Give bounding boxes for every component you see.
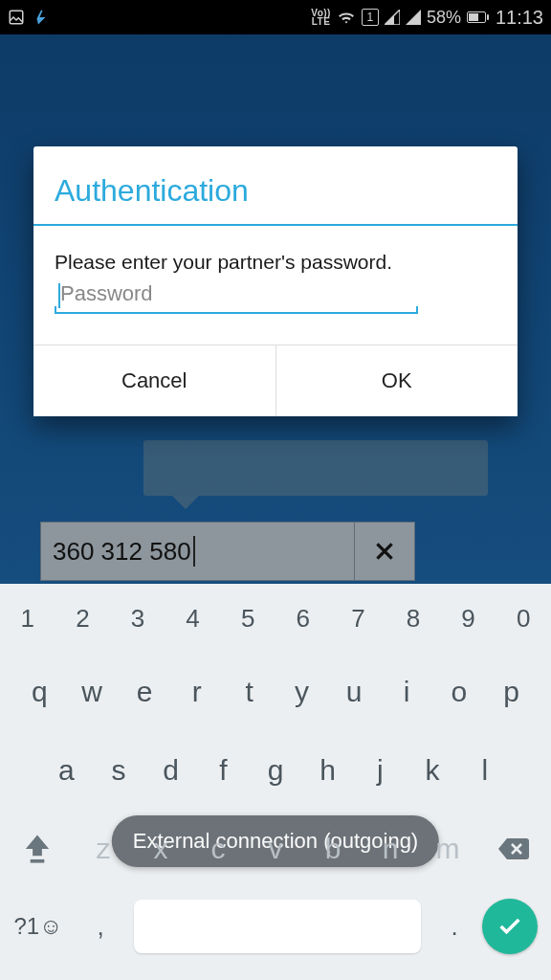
key-8[interactable]: 8 <box>386 584 441 653</box>
svg-rect-0 <box>10 11 23 24</box>
partner-id-input[interactable]: 360 312 580 <box>41 523 355 580</box>
input-cursor <box>58 283 60 308</box>
ok-button[interactable]: OK <box>276 345 518 416</box>
soft-keyboard: 1234567890 qwertyuiop asdfghjkl External… <box>0 584 551 980</box>
key-w[interactable]: w <box>66 653 119 731</box>
authentication-dialog: Authentication Please enter your partner… <box>33 146 518 416</box>
key-7[interactable]: 7 <box>331 584 386 653</box>
sim-slot-icon: 1 <box>362 9 379 26</box>
key-m[interactable]: m <box>419 810 476 888</box>
partner-id-value: 360 312 580 <box>53 537 191 567</box>
key-z[interactable]: z <box>75 810 132 888</box>
key-b[interactable]: b <box>304 810 362 888</box>
key-v[interactable]: v <box>247 810 304 888</box>
key-k[interactable]: k <box>407 731 459 810</box>
key-j[interactable]: j <box>354 731 407 810</box>
key-row-4: External connection (outgoing) zxcvbnm <box>0 810 551 888</box>
key-row-numbers: 1234567890 <box>0 584 551 653</box>
key-e[interactable]: e <box>119 653 171 731</box>
key-x[interactable]: x <box>132 810 189 888</box>
key-4[interactable]: 4 <box>165 584 221 653</box>
wifi-icon <box>337 10 356 25</box>
shift-key[interactable] <box>0 810 75 888</box>
key-s[interactable]: s <box>93 731 145 810</box>
text-cursor <box>193 536 195 567</box>
period-key[interactable]: . <box>430 912 478 942</box>
svg-rect-1 <box>31 859 45 863</box>
key-g[interactable]: g <box>250 731 302 810</box>
key-q[interactable]: q <box>13 653 66 731</box>
key-1[interactable]: 1 <box>0 584 55 653</box>
backspace-key[interactable] <box>476 810 551 888</box>
dialog-title: Authentication <box>33 146 518 224</box>
key-row-bottom: ?1☺ , . <box>0 888 551 965</box>
hint-bubble <box>143 440 488 496</box>
key-row-3: asdfghjkl <box>0 731 551 810</box>
battery-pct: 58% <box>427 8 461 28</box>
dialog-message: Please enter your partner's password. <box>55 251 496 274</box>
cleaner-icon <box>33 9 50 26</box>
picture-icon <box>8 9 25 26</box>
key-p[interactable]: p <box>485 653 538 731</box>
key-f[interactable]: f <box>197 731 250 810</box>
password-placeholder: Password <box>60 281 153 306</box>
key-5[interactable]: 5 <box>220 584 276 653</box>
hint-bubble-tail <box>172 496 199 509</box>
battery-icon <box>467 11 486 23</box>
signal-1-icon <box>385 10 400 25</box>
key-a[interactable]: a <box>40 731 93 810</box>
key-t[interactable]: t <box>223 653 276 731</box>
key-h[interactable]: h <box>301 731 354 810</box>
comma-key[interactable]: , <box>77 912 124 942</box>
key-u[interactable]: u <box>328 653 381 731</box>
key-6[interactable]: 6 <box>276 584 331 653</box>
symbols-key[interactable]: ?1☺ <box>0 913 77 940</box>
status-bar: Vo)) LTE 1 58% 11:13 <box>0 0 551 34</box>
signal-2-icon <box>406 10 421 25</box>
space-key[interactable] <box>134 900 421 953</box>
key-i[interactable]: i <box>381 653 433 731</box>
clock: 11:13 <box>496 7 543 29</box>
key-d[interactable]: d <box>144 731 197 810</box>
key-r[interactable]: r <box>170 653 223 731</box>
key-o[interactable]: o <box>432 653 485 731</box>
volte-icon: Vo)) LTE <box>311 9 331 26</box>
key-row-2: qwertyuiop <box>0 653 551 731</box>
enter-key[interactable] <box>482 899 538 954</box>
key-2[interactable]: 2 <box>55 584 111 653</box>
key-n[interactable]: n <box>362 810 419 888</box>
key-3[interactable]: 3 <box>110 584 165 653</box>
cancel-button[interactable]: Cancel <box>33 345 276 416</box>
clear-partner-id-button[interactable] <box>355 539 414 564</box>
key-y[interactable]: y <box>276 653 328 731</box>
key-9[interactable]: 9 <box>441 584 496 653</box>
key-c[interactable]: c <box>189 810 247 888</box>
partner-id-box: 360 312 580 <box>40 522 415 581</box>
key-l[interactable]: l <box>458 731 511 810</box>
key-0[interactable]: 0 <box>496 584 551 653</box>
